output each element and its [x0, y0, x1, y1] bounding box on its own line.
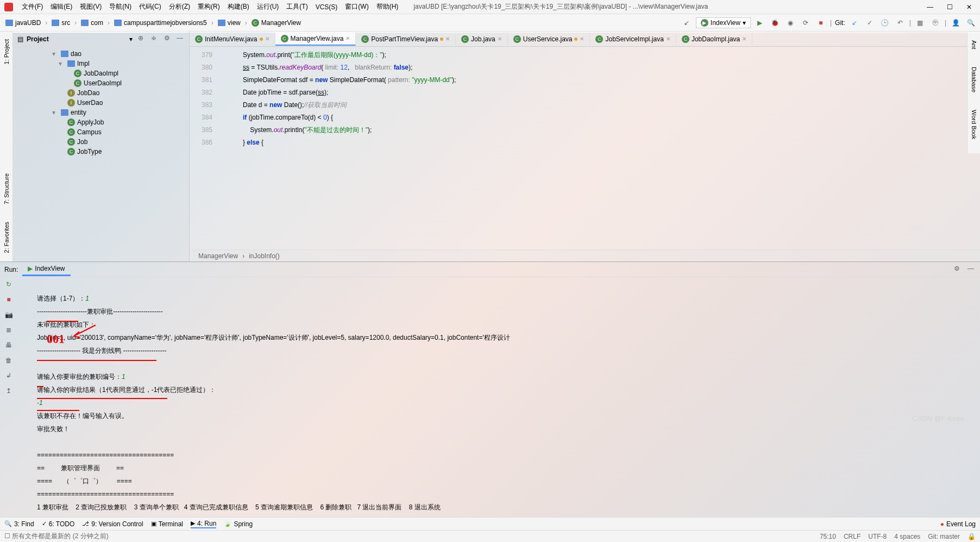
- stop-button[interactable]: ■: [815, 17, 827, 29]
- menu-view[interactable]: 视图(V): [77, 1, 105, 13]
- menu-tools[interactable]: 工具(T): [283, 1, 311, 13]
- editor-tab[interactable]: CUserService.java✕: [508, 33, 590, 45]
- tree-item[interactable]: ▾entity: [13, 108, 189, 117]
- editor-tab[interactable]: CPostPartTimeView.java✕: [356, 33, 456, 45]
- menu-edit[interactable]: 编辑(E): [47, 1, 76, 13]
- tree-item[interactable]: CUserDaoImpl: [13, 78, 189, 88]
- menu-build[interactable]: 构建(B): [224, 1, 253, 13]
- tree-item[interactable]: CJobDaoImpl: [13, 68, 189, 78]
- project-tab[interactable]: 1: Project: [2, 36, 11, 67]
- camera-icon[interactable]: 📷: [3, 311, 14, 322]
- indent[interactable]: 4 spaces: [894, 533, 920, 540]
- todo-tab[interactable]: ✓ 6: TODO: [42, 520, 75, 528]
- scroll-icon[interactable]: ↥: [3, 387, 14, 398]
- crumb-method[interactable]: inJobInfo(): [249, 252, 280, 260]
- menu-window[interactable]: 窗口(W): [342, 1, 372, 13]
- settings-icon[interactable]: ⚙: [162, 34, 172, 44]
- layout-icon[interactable]: ≣: [3, 326, 14, 337]
- rerun-icon[interactable]: ↻: [3, 281, 14, 291]
- close-tab-icon[interactable]: ✕: [742, 36, 746, 42]
- debug-button[interactable]: 🐞: [769, 17, 781, 29]
- print-icon[interactable]: 🖶: [3, 341, 14, 352]
- editor-tab[interactable]: CJobDaoImpl.java✕: [676, 33, 752, 45]
- vcs-tab[interactable]: ⎇ 9: Version Control: [82, 520, 143, 528]
- minimize-button[interactable]: —: [924, 3, 937, 11]
- tree-item[interactable]: CCampus: [13, 127, 189, 137]
- git-revert-button[interactable]: ↶: [894, 17, 906, 29]
- editor-tab[interactable]: CManagerView.java✕: [275, 33, 356, 46]
- menu-file[interactable]: 文件(F): [18, 1, 46, 13]
- close-tab-icon[interactable]: ✕: [345, 35, 350, 41]
- menu-nav[interactable]: 导航(N): [106, 1, 135, 13]
- menu-code[interactable]: 代码(C): [136, 1, 165, 13]
- tree-item[interactable]: CJobType: [13, 147, 189, 157]
- breadcrumb-root[interactable]: javaUBD: [3, 18, 43, 28]
- console-output[interactable]: 请选择（1-7）：1 -----------------------兼职审批--…: [30, 277, 980, 517]
- menu-help[interactable]: 帮助(H): [373, 1, 402, 13]
- gear-icon[interactable]: ⚙: [952, 265, 962, 275]
- find-tab[interactable]: 🔍 3: Find: [4, 520, 34, 528]
- editor-tab[interactable]: CInitMenuView.java✕: [190, 33, 275, 45]
- tree-item[interactable]: ▾Impl: [13, 59, 189, 68]
- wordbook-tab[interactable]: Word Book: [970, 107, 978, 142]
- event-log-tab[interactable]: ● Event Log: [940, 520, 976, 528]
- breadcrumb-class[interactable]: CManagerView: [249, 18, 303, 28]
- translate-button[interactable]: ㊥: [929, 17, 941, 29]
- structure-button[interactable]: ▦: [914, 17, 926, 29]
- close-tab-icon[interactable]: ✕: [580, 36, 584, 42]
- menu-vcs[interactable]: VCS(S): [312, 2, 341, 12]
- breadcrumb[interactable]: view: [216, 18, 243, 28]
- tree-item[interactable]: IJobDao: [13, 88, 189, 98]
- ant-tab[interactable]: Ant: [970, 37, 978, 53]
- encoding[interactable]: UTF-8: [868, 533, 887, 540]
- hide-icon[interactable]: —: [175, 34, 185, 44]
- editor-tab[interactable]: CJob.java✕: [456, 33, 508, 45]
- breadcrumb[interactable]: com: [79, 18, 105, 28]
- line-separator[interactable]: CRLF: [844, 533, 860, 540]
- close-tab-icon[interactable]: ✕: [498, 36, 502, 42]
- git-commit-button[interactable]: ✓: [864, 17, 876, 29]
- collapse-icon[interactable]: ≑: [149, 34, 159, 44]
- run-bottom-tab[interactable]: ▶ 4: Run: [191, 520, 216, 528]
- coverage-button[interactable]: ◉: [784, 17, 796, 29]
- tree-item[interactable]: CApplyJob: [13, 117, 189, 127]
- lock-icon[interactable]: 🔒: [968, 533, 976, 540]
- crumb-class[interactable]: ManagerView: [198, 252, 238, 260]
- git-branch[interactable]: Git: master: [928, 533, 960, 540]
- minimize-panel-icon[interactable]: —: [966, 265, 976, 275]
- structure-tab[interactable]: 7: Structure: [2, 170, 11, 208]
- tree-item[interactable]: ▾dao: [13, 49, 189, 59]
- breadcrumb[interactable]: campusparttimejobversions5: [112, 18, 209, 28]
- git-history-button[interactable]: 🕒: [879, 17, 891, 29]
- project-select-icon[interactable]: ▤: [17, 35, 23, 43]
- search-button[interactable]: 🔍: [965, 17, 977, 29]
- database-tab[interactable]: Database: [970, 64, 978, 96]
- close-button[interactable]: ✕: [963, 3, 976, 11]
- project-tree[interactable]: ▾dao▾ImplCJobDaoImplCUserDaoImplIJobDaoI…: [13, 47, 189, 261]
- close-tab-icon[interactable]: ✕: [265, 36, 269, 42]
- run-button[interactable]: ▶: [754, 17, 766, 29]
- spring-tab[interactable]: 🍃 Spring: [224, 520, 253, 528]
- run-config-selector[interactable]: ▶IndexView▾: [696, 17, 751, 28]
- breadcrumb[interactable]: src: [49, 18, 72, 28]
- stop-icon[interactable]: ■: [3, 296, 14, 307]
- cursor-position[interactable]: 75:10: [820, 533, 836, 540]
- terminal-tab[interactable]: ▣ Terminal: [151, 520, 183, 528]
- git-update-button[interactable]: ↙: [849, 17, 860, 29]
- back-button[interactable]: ↙: [681, 17, 693, 29]
- avatar-button[interactable]: 👤: [950, 17, 962, 29]
- tree-item[interactable]: IUserDao: [13, 98, 189, 108]
- maximize-button[interactable]: ☐: [943, 3, 956, 11]
- wrap-icon[interactable]: ↲: [3, 372, 14, 383]
- editor-tab[interactable]: CJobServiceImpl.java✕: [590, 33, 676, 45]
- favorites-tab[interactable]: 2: Favorites: [2, 219, 11, 256]
- tree-item[interactable]: CJob: [13, 137, 189, 147]
- profile-button[interactable]: ⟳: [800, 17, 812, 29]
- close-tab-icon[interactable]: ✕: [445, 36, 450, 42]
- run-tab[interactable]: ▶IndexView: [22, 263, 70, 276]
- close-tab-icon[interactable]: ✕: [666, 36, 670, 42]
- menu-run[interactable]: 运行(U): [254, 1, 282, 13]
- locate-icon[interactable]: ⊕: [136, 34, 146, 44]
- code-editor[interactable]: System.out.print("工作最后期限(yyyy-MM-dd)：");…: [217, 47, 980, 250]
- delete-icon[interactable]: 🗑: [3, 357, 14, 367]
